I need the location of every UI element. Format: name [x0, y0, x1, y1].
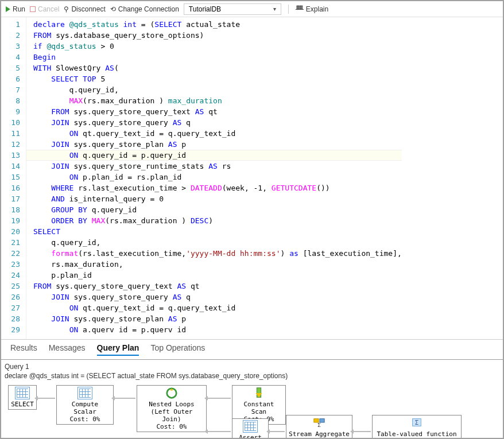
code-line[interactable]: WITH SlowestQry AS( — [33, 63, 402, 73]
plan-node-select[interactable]: SELECT — [8, 385, 37, 410]
tab-messages[interactable]: Messages — [49, 343, 86, 356]
code-line[interactable]: p.plan_id — [33, 270, 402, 281]
code-line[interactable]: ON qt.query_text_id = q.query_text_id — [33, 128, 402, 139]
play-icon — [6, 6, 10, 12]
code-line[interactable]: GROUP BY q.query_id — [33, 204, 402, 215]
plan-arrow — [354, 431, 371, 432]
change-icon: ⟲ — [110, 5, 116, 13]
code-line[interactable]: if @qds_status > 0 — [33, 41, 402, 52]
code-line[interactable]: ORDER BY MAX(rs.max_duration ) DESC) — [33, 215, 402, 226]
line-gutter: 1234567891011121314151617181920212223242… — [1, 17, 26, 339]
query-plan-panel: Query 1 declare @qds_status int = (SELEC… — [1, 359, 503, 439]
code-line[interactable]: q.query_id, — [33, 237, 402, 248]
code-line[interactable]: ON qt.query_text_id = q.query_text_id — [33, 302, 402, 313]
code-line[interactable]: MAX(rs.max_duration ) max_duration — [33, 95, 402, 106]
plan-node-nested-loops[interactable]: Nested Loops (Left Outer Join) Cost: 0% — [137, 385, 207, 432]
code-line[interactable]: SELECT — [33, 226, 402, 237]
plan-node-compute-scalar[interactable]: Compute Scalar Cost: 0% — [56, 385, 114, 425]
code-line[interactable]: ON q.query_id = p.query_id — [33, 150, 402, 161]
disconnect-button[interactable]: ⚲Disconnect — [64, 5, 105, 13]
stream-aggregate-icon: Σ — [312, 417, 327, 429]
code-line[interactable]: FROM sys.database_query_store_options) — [33, 30, 402, 41]
plan-node-assert[interactable]: Assert Cost: 0% — [232, 418, 269, 439]
nested-loops-icon — [164, 387, 179, 399]
sql-editor[interactable]: 1234567891011121314151617181920212223242… — [1, 17, 503, 339]
database-select[interactable]: TutorialDB ▾ — [184, 3, 281, 15]
plan-arrow — [115, 398, 135, 399]
run-button[interactable]: Run — [6, 5, 25, 13]
code-line[interactable]: Begin — [33, 52, 402, 63]
explain-button[interactable]: ᚙExplain — [296, 5, 328, 13]
code-area[interactable]: declare @qds_status int = (SELECT actual… — [26, 17, 402, 339]
stop-icon — [30, 6, 36, 12]
plan-node-tvf[interactable]: Σ Table-valued function [QUERY_STORE_OPT… — [372, 415, 462, 439]
code-line[interactable]: declare @qds_status int = (SELECT actual… — [33, 19, 402, 30]
code-line[interactable]: JOIN sys.query_store_query AS q — [33, 292, 402, 302]
code-line[interactable]: JOIN sys.query_store_query AS q — [33, 117, 402, 128]
code-line[interactable]: FROM sys.query_store_query_text AS qt — [33, 106, 402, 117]
code-line[interactable]: q.query_id, — [33, 84, 402, 95]
code-line[interactable]: JOIN sys.query_store_runtime_stats AS rs — [33, 161, 402, 172]
plan-arrow — [208, 398, 231, 399]
results-tabs: Results Messages Query Plan Top Operatio… — [1, 339, 503, 359]
compute-scalar-icon — [77, 387, 92, 399]
plan-canvas[interactable]: SELECT Compute Scalar Cost: 0% Nested Lo… — [5, 385, 499, 439]
select-icon — [15, 387, 30, 399]
svg-text:Σ: Σ — [415, 419, 418, 426]
tvf-icon: Σ — [409, 417, 424, 429]
plan-statement: declare @qds_status int = (SELECT actual… — [5, 371, 499, 380]
code-line[interactable]: WHERE rs.last_execution_time > DATEADD(w… — [33, 182, 402, 193]
change-connection-button[interactable]: ⟲Change Connection — [110, 5, 179, 13]
code-line[interactable]: JOIN sys.query_store_plan AS p — [33, 139, 402, 150]
separator — [288, 5, 289, 14]
constant-scan-icon — [251, 387, 266, 399]
code-line[interactable]: SELECT TOP 5 — [33, 73, 402, 84]
tab-top-operations[interactable]: Top Operations — [150, 343, 205, 356]
plan-arrow — [38, 398, 55, 399]
plan-title: Query 1 — [5, 362, 499, 371]
plan-arrow — [270, 431, 285, 432]
cancel-button: Cancel — [30, 5, 59, 13]
plan-header: Query 1 declare @qds_status int = (SELEC… — [5, 362, 499, 380]
explain-icon: ᚙ — [296, 5, 304, 13]
disconnect-icon: ⚲ — [64, 5, 69, 13]
code-line[interactable]: ON a.querv id = p.querv id — [33, 324, 402, 335]
plan-node-stream-aggregate[interactable]: Σ Stream Aggregate (Aggregate) Cost: 37% — [286, 415, 352, 439]
svg-text:Σ: Σ — [317, 422, 321, 428]
code-line[interactable]: rs.max_duration, — [33, 259, 402, 270]
code-line[interactable]: JOIN sys.query_store_plan AS p — [33, 313, 402, 324]
toolbar: Run Cancel ⚲Disconnect ⟲Change Connectio… — [1, 1, 503, 17]
database-select-value: TutorialDB — [189, 5, 221, 13]
tab-results[interactable]: Results — [10, 343, 37, 356]
assert-icon — [243, 420, 258, 433]
code-line[interactable]: AND is_internal_query = 0 — [33, 193, 402, 204]
chevron-down-icon: ▾ — [273, 6, 276, 12]
plan-arrow — [208, 431, 231, 432]
tab-query-plan[interactable]: Query Plan — [97, 343, 139, 356]
code-line[interactable]: ON p.plan_id = rs.plan_id — [33, 172, 402, 182]
code-line[interactable]: format(rs.last_execution_time,'yyyy-MM-d… — [33, 248, 402, 259]
code-line[interactable]: FROM sys.query_store_query_text AS qt — [33, 281, 402, 292]
